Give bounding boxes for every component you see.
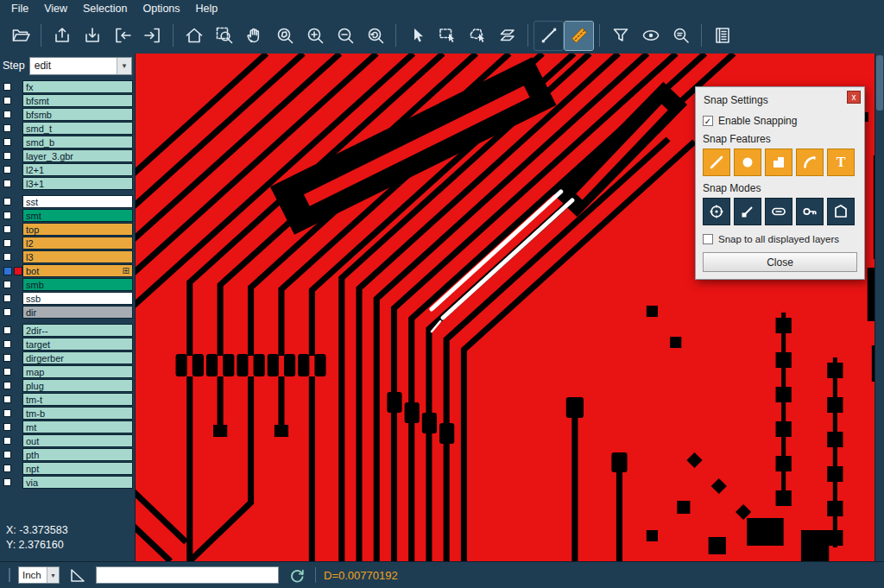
layer-name[interactable]: via bbox=[22, 476, 133, 489]
import-left-button[interactable] bbox=[108, 22, 136, 50]
layer-name[interactable]: bfsmb bbox=[22, 108, 133, 121]
layer-row-dirgerber[interactable]: dirgerber bbox=[0, 351, 133, 364]
gerber-canvas-area[interactable]: Snap Settings x Enable Snapping Snap Fea… bbox=[136, 54, 884, 561]
layer-name[interactable]: 2dir-- bbox=[22, 324, 133, 337]
select-window-button[interactable] bbox=[433, 22, 461, 50]
layer-visibility-checkbox[interactable] bbox=[3, 354, 11, 362]
layer-visibility-checkbox[interactable] bbox=[3, 294, 11, 302]
layer-visibility-checkbox[interactable] bbox=[3, 152, 11, 160]
close-button[interactable]: Close bbox=[703, 252, 857, 272]
layer-name[interactable]: dirgerber bbox=[22, 351, 133, 364]
layer-name[interactable]: fx bbox=[22, 80, 133, 93]
layer-row-map[interactable]: map bbox=[0, 365, 133, 378]
layer-visibility-checkbox[interactable] bbox=[3, 83, 11, 91]
layer-visibility-checkbox[interactable] bbox=[3, 326, 11, 334]
layer-row-bfsmb[interactable]: bfsmb bbox=[0, 108, 133, 121]
layer-row-l2+1[interactable]: l2+1 bbox=[0, 163, 133, 176]
select-pointer-button[interactable] bbox=[402, 22, 431, 50]
snap-endpoint-button[interactable] bbox=[734, 198, 761, 225]
layer-name[interactable]: l3 bbox=[22, 250, 133, 263]
layer-visibility-checkbox[interactable] bbox=[3, 180, 11, 187]
layer-row-sst[interactable]: sst bbox=[0, 195, 133, 208]
zoom-window-button[interactable] bbox=[210, 22, 238, 50]
dialog-close-icon[interactable]: x bbox=[847, 91, 861, 104]
export-up-button[interactable] bbox=[47, 22, 76, 50]
menu-item-file[interactable]: File bbox=[3, 1, 36, 16]
layer-name[interactable]: ssb bbox=[22, 292, 133, 305]
layer-visibility-checkbox[interactable] bbox=[3, 225, 11, 233]
layer-row-dir[interactable]: dir bbox=[0, 306, 133, 319]
layer-name[interactable]: smd_t bbox=[22, 122, 133, 135]
step-dropdown[interactable]: edit ▼ bbox=[29, 57, 132, 75]
layer-row-plug[interactable]: plug bbox=[0, 379, 133, 392]
layer-name[interactable]: smb bbox=[22, 278, 133, 291]
layer-visibility-checkbox[interactable] bbox=[3, 281, 11, 288]
draw-line-button[interactable] bbox=[534, 22, 563, 50]
layer-visibility-checkbox[interactable] bbox=[3, 138, 11, 146]
layer-visibility-checkbox[interactable] bbox=[3, 382, 11, 389]
dialog-title[interactable]: Snap Settings bbox=[703, 92, 857, 111]
layer-visibility-checkbox[interactable] bbox=[3, 239, 11, 247]
report-button[interactable] bbox=[708, 22, 736, 50]
layer-visibility-checkbox[interactable] bbox=[3, 409, 11, 417]
layer-name[interactable]: top bbox=[22, 223, 133, 236]
layer-row-bot[interactable]: bot⊞ bbox=[0, 264, 133, 277]
zoom-out-button[interactable] bbox=[331, 22, 359, 50]
layer-visibility-checkbox[interactable] bbox=[3, 478, 11, 486]
layer-row-top[interactable]: top bbox=[0, 223, 133, 236]
snap-text-button[interactable]: T bbox=[827, 149, 855, 176]
measure-ruler-button[interactable] bbox=[565, 22, 593, 50]
layer-row-smd_t[interactable]: smd_t bbox=[0, 122, 133, 135]
layer-row-2dir--[interactable]: 2dir-- bbox=[0, 324, 133, 337]
layer-name[interactable]: smt bbox=[22, 209, 133, 222]
snap-pad-button[interactable] bbox=[734, 149, 761, 176]
layer-visibility-checkbox[interactable] bbox=[3, 423, 11, 431]
highlight-button[interactable] bbox=[636, 22, 665, 50]
layer-visibility-checkbox[interactable] bbox=[3, 198, 11, 205]
layer-row-smt[interactable]: smt bbox=[0, 209, 133, 222]
layer-visibility-checkbox[interactable] bbox=[3, 97, 11, 104]
layer-visibility-checkbox[interactable] bbox=[3, 166, 11, 174]
layer-name[interactable]: bot⊞ bbox=[22, 264, 133, 277]
layer-name[interactable]: mt bbox=[22, 420, 133, 433]
layer-visibility-checkbox[interactable] bbox=[3, 465, 11, 472]
layer-name[interactable]: bfsmt bbox=[22, 94, 133, 107]
layer-visibility-checkbox[interactable] bbox=[3, 451, 11, 458]
snap-key-button[interactable] bbox=[796, 198, 824, 225]
menu-item-view[interactable]: View bbox=[36, 1, 75, 16]
scrollbar-thumb[interactable] bbox=[876, 55, 883, 111]
layer-row-smd_b[interactable]: smd_b bbox=[0, 136, 133, 149]
layer-name[interactable]: dir bbox=[22, 306, 133, 319]
layer-visibility-checkbox[interactable] bbox=[3, 267, 12, 275]
layer-row-l3+1[interactable]: l3+1 bbox=[0, 177, 133, 190]
layer-visibility-checkbox[interactable] bbox=[3, 395, 11, 403]
layer-row-ssb[interactable]: ssb bbox=[0, 292, 133, 305]
layer-name[interactable]: out bbox=[22, 434, 133, 447]
menu-item-help[interactable]: Help bbox=[188, 1, 226, 16]
layer-row-pth[interactable]: pth bbox=[0, 448, 133, 461]
layer-row-via[interactable]: via bbox=[0, 476, 133, 489]
vertical-scrollbar[interactable] bbox=[875, 54, 884, 561]
snap-line-button[interactable] bbox=[703, 149, 730, 176]
select-polygon-button[interactable] bbox=[463, 22, 491, 50]
layer-row-fx[interactable]: fx bbox=[0, 80, 133, 93]
layer-row-out[interactable]: out bbox=[0, 434, 133, 447]
layer-visibility-checkbox[interactable] bbox=[3, 253, 11, 261]
snap-corner-button[interactable] bbox=[765, 149, 792, 176]
layer-row-mt[interactable]: mt bbox=[0, 420, 133, 433]
layer-visibility-checkbox[interactable] bbox=[3, 308, 11, 316]
layer-row-bfsmt[interactable]: bfsmt bbox=[0, 94, 133, 107]
layer-visibility-checkbox[interactable] bbox=[3, 437, 11, 445]
snap-arc-button[interactable] bbox=[796, 149, 824, 176]
zoom-redraw-button[interactable] bbox=[361, 22, 389, 50]
snap-vertex-button[interactable] bbox=[827, 198, 855, 225]
snap-slot-button[interactable] bbox=[765, 198, 792, 225]
layer-visibility-checkbox[interactable] bbox=[3, 340, 11, 348]
layer-row-smb[interactable]: smb bbox=[0, 278, 133, 291]
layer-name[interactable]: smd_b bbox=[22, 136, 133, 149]
layer-visibility-checkbox[interactable] bbox=[3, 111, 11, 118]
layer-row-target[interactable]: target bbox=[0, 338, 133, 351]
zoom-in-button[interactable] bbox=[300, 22, 329, 50]
layer-name[interactable]: map bbox=[22, 365, 133, 378]
all-layers-checkbox[interactable] bbox=[703, 234, 713, 244]
